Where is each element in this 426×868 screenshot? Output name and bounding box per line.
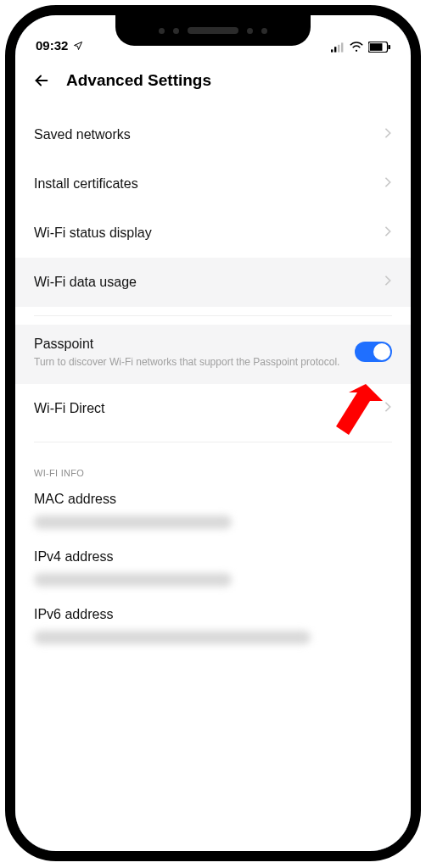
svg-rect-0: [331, 49, 333, 52]
svg-rect-1: [334, 47, 336, 52]
back-icon[interactable]: [32, 71, 51, 90]
info-mac-value-redacted: [34, 515, 232, 529]
row-label: Wi-Fi status display: [34, 225, 384, 241]
divider: [34, 442, 392, 442]
row-subtext: Turn to discover Wi-Fi networks that sup…: [34, 355, 343, 369]
chevron-right-icon: [384, 127, 392, 142]
row-wifi-direct[interactable]: Wi-Fi Direct: [15, 384, 411, 433]
passpoint-toggle[interactable]: [355, 342, 392, 362]
row-passpoint: Passpoint Turn to discover Wi-Fi network…: [15, 325, 411, 384]
status-time: 09:32: [36, 38, 68, 53]
notch: [115, 15, 311, 46]
row-label: Wi-Fi data usage: [34, 275, 384, 290]
info-ipv4-value-redacted: [34, 573, 232, 587]
info-ipv6-label: IPv6 address: [15, 598, 411, 626]
wifi-icon: [349, 42, 364, 53]
row-label: Install certificates: [34, 176, 384, 192]
row-install-certificates[interactable]: Install certificates: [15, 159, 411, 209]
divider: [34, 315, 392, 316]
row-wifi-status-display[interactable]: Wi-Fi status display: [15, 209, 411, 258]
chevron-right-icon: [384, 225, 392, 241]
info-ipv4-label: IPv4 address: [15, 541, 411, 568]
svg-rect-6: [370, 43, 383, 51]
row-label: Passpoint: [34, 337, 343, 352]
chevron-right-icon: [384, 401, 392, 416]
signal-icon: [331, 42, 345, 53]
page-title: Advanced Settings: [66, 71, 211, 90]
row-wifi-data-usage[interactable]: Wi-Fi data usage: [15, 258, 411, 307]
svg-rect-2: [338, 44, 339, 52]
row-saved-networks[interactable]: Saved networks: [15, 110, 411, 159]
row-label: Saved networks: [34, 127, 384, 142]
row-label: Wi-Fi Direct: [34, 401, 384, 416]
info-mac-label: MAC address: [15, 483, 411, 510]
svg-rect-7: [388, 45, 390, 49]
chevron-right-icon: [384, 176, 392, 192]
chevron-right-icon: [384, 275, 392, 290]
section-wifi-info: WI-FI INFO: [15, 451, 411, 483]
page-header: Advanced Settings: [15, 56, 411, 110]
info-ipv6-value-redacted: [34, 631, 311, 644]
svg-rect-3: [341, 42, 343, 52]
phone-frame: 09:32 Advanced Settings Saved networks I: [5, 5, 421, 861]
location-icon: [73, 41, 83, 51]
battery-icon: [368, 42, 390, 53]
svg-point-4: [356, 50, 357, 52]
